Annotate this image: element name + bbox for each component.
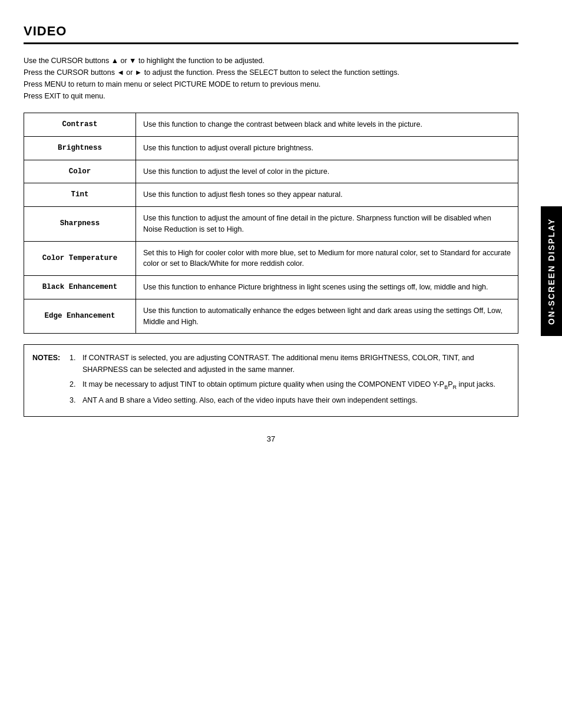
function-label-sharpness: Sharpness (24, 207, 136, 242)
intro-line-2: Press the CURSOR buttons ◄ or ► to adjus… (24, 67, 518, 78)
function-desc-color: Use this function to adjust the level of… (136, 160, 518, 183)
note-item-3: 3. ANT A and B share a Video setting. Al… (70, 394, 510, 406)
note-num-1: 1. (70, 352, 79, 375)
note-item-2: 2. It may be necessary to adjust TINT to… (70, 378, 510, 391)
page-title: VIDEO (24, 24, 518, 44)
function-desc-tint: Use this function to adjust flesh tones … (136, 183, 518, 207)
note-text-2: It may be necessary to adjust TINT to ob… (82, 378, 510, 391)
notes-box: NOTES: 1. If CONTRAST is selected, you a… (24, 344, 518, 417)
notes-items: 1. If CONTRAST is selected, you are adju… (70, 352, 510, 409)
function-label-black-enhancement: Black Enhancement (24, 276, 136, 299)
intro-line-3: Press MENU to return to main menu or sel… (24, 78, 518, 90)
function-desc-contrast: Use this function to change the contrast… (136, 113, 518, 137)
table-row: Black Enhancement Use this function to e… (24, 276, 518, 299)
note-text-3: ANT A and B share a Video setting. Also,… (82, 394, 510, 406)
note-item-1: 1. If CONTRAST is selected, you are adju… (70, 352, 510, 375)
function-label-brightness: Brightness (24, 136, 136, 160)
function-label-color-temp: Color Temperature (24, 241, 136, 276)
intro-text: Use the CURSOR buttons ▲ or ▼ to highlig… (24, 55, 518, 102)
table-row: Brightness Use this function to adjust o… (24, 136, 518, 160)
function-desc-edge-enhancement: Use this function to automatically enhan… (136, 299, 518, 334)
function-desc-brightness: Use this function to adjust overall pict… (136, 136, 518, 160)
note-text-1: If CONTRAST is selected, you are adjusti… (82, 352, 510, 375)
function-label-tint: Tint (24, 183, 136, 207)
function-desc-black-enhancement: Use this function to enhance Picture bri… (136, 276, 518, 299)
table-row: Contrast Use this function to change the… (24, 113, 518, 137)
function-label-color: Color (24, 160, 136, 183)
table-row: Sharpness Use this function to adjust th… (24, 207, 518, 242)
page-number: 37 (24, 434, 518, 443)
function-table: Contrast Use this function to change the… (24, 113, 518, 334)
sidebar-label: ON-SCREEN DISPLAY (541, 206, 562, 336)
function-desc-color-temp: Set this to High for cooler color with m… (136, 241, 518, 276)
note-num-2: 2. (70, 378, 79, 391)
table-row: Edge Enhancement Use this function to au… (24, 299, 518, 334)
table-row: Tint Use this function to adjust flesh t… (24, 183, 518, 207)
table-row: Color Temperature Set this to High for c… (24, 241, 518, 276)
function-desc-sharpness: Use this function to adjust the amount o… (136, 207, 518, 242)
intro-line-4: Press EXIT to quit menu. (24, 90, 518, 102)
intro-line-1: Use the CURSOR buttons ▲ or ▼ to highlig… (24, 55, 518, 67)
function-label-contrast: Contrast (24, 113, 136, 137)
notes-header: NOTES: (32, 352, 65, 409)
note-num-3: 3. (70, 394, 79, 406)
function-label-edge-enhancement: Edge Enhancement (24, 299, 136, 334)
table-row: Color Use this function to adjust the le… (24, 160, 518, 183)
